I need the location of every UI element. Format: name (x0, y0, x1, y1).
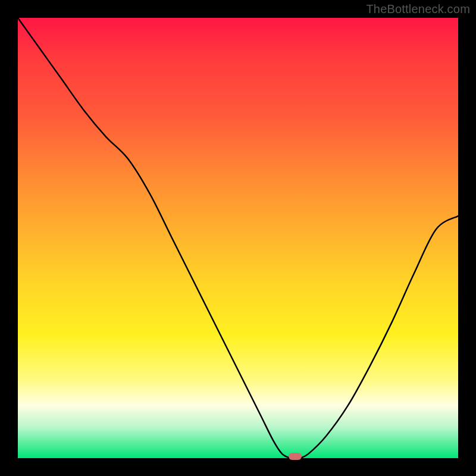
bottleneck-curve (18, 18, 458, 458)
optimal-point-marker (289, 453, 302, 460)
chart-frame: TheBottleneck.com (0, 0, 476, 476)
plot-area (18, 18, 458, 458)
watermark-label: TheBottleneck.com (366, 2, 470, 16)
